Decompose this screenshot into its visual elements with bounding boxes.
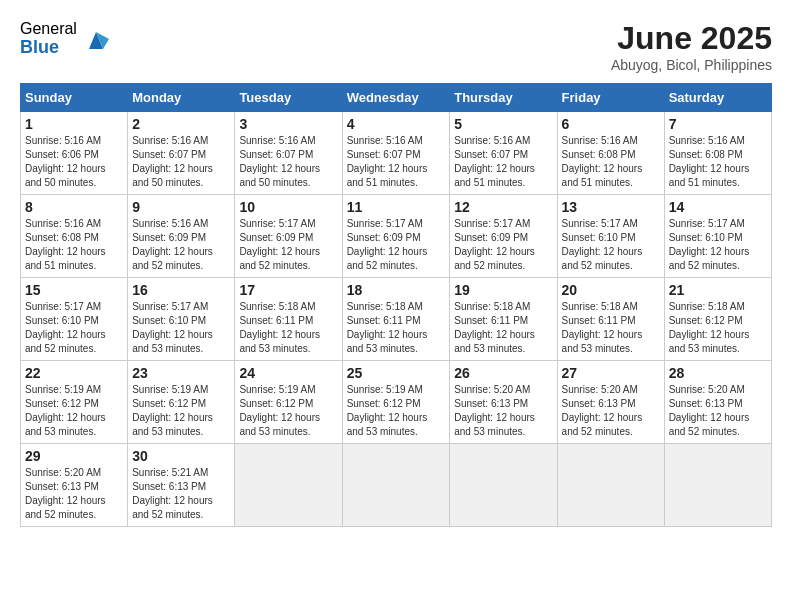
day-number: 25 [347,365,446,381]
day-info: Sunrise: 5:20 AMSunset: 6:13 PMDaylight:… [454,383,552,439]
day-number: 18 [347,282,446,298]
day-number: 5 [454,116,552,132]
empty-day-cell [557,444,664,527]
calendar-week-row: 1Sunrise: 5:16 AMSunset: 6:06 PMDaylight… [21,112,772,195]
header-sunday: Sunday [21,84,128,112]
day-number: 11 [347,199,446,215]
day-info: Sunrise: 5:17 AMSunset: 6:10 PMDaylight:… [132,300,230,356]
day-number: 9 [132,199,230,215]
day-cell: 27Sunrise: 5:20 AMSunset: 6:13 PMDayligh… [557,361,664,444]
day-info: Sunrise: 5:17 AMSunset: 6:10 PMDaylight:… [25,300,123,356]
day-number: 6 [562,116,660,132]
day-info: Sunrise: 5:17 AMSunset: 6:09 PMDaylight:… [239,217,337,273]
calendar-week-row: 15Sunrise: 5:17 AMSunset: 6:10 PMDayligh… [21,278,772,361]
day-info: Sunrise: 5:17 AMSunset: 6:10 PMDaylight:… [562,217,660,273]
day-cell: 9Sunrise: 5:16 AMSunset: 6:09 PMDaylight… [128,195,235,278]
header-tuesday: Tuesday [235,84,342,112]
header-wednesday: Wednesday [342,84,450,112]
logo-general: General [20,20,77,38]
day-info: Sunrise: 5:18 AMSunset: 6:11 PMDaylight:… [239,300,337,356]
day-number: 8 [25,199,123,215]
day-cell: 22Sunrise: 5:19 AMSunset: 6:12 PMDayligh… [21,361,128,444]
calendar-body: 1Sunrise: 5:16 AMSunset: 6:06 PMDaylight… [21,112,772,527]
day-number: 27 [562,365,660,381]
day-cell: 11Sunrise: 5:17 AMSunset: 6:09 PMDayligh… [342,195,450,278]
header-saturday: Saturday [664,84,771,112]
day-cell: 3Sunrise: 5:16 AMSunset: 6:07 PMDaylight… [235,112,342,195]
day-cell: 16Sunrise: 5:17 AMSunset: 6:10 PMDayligh… [128,278,235,361]
day-cell: 2Sunrise: 5:16 AMSunset: 6:07 PMDaylight… [128,112,235,195]
day-number: 3 [239,116,337,132]
day-number: 12 [454,199,552,215]
day-number: 21 [669,282,767,298]
day-number: 13 [562,199,660,215]
day-number: 30 [132,448,230,464]
day-info: Sunrise: 5:18 AMSunset: 6:11 PMDaylight:… [562,300,660,356]
day-cell: 29Sunrise: 5:20 AMSunset: 6:13 PMDayligh… [21,444,128,527]
month-title: June 2025 [611,20,772,57]
header-monday: Monday [128,84,235,112]
day-cell: 6Sunrise: 5:16 AMSunset: 6:08 PMDaylight… [557,112,664,195]
page-header: General Blue June 2025 Abuyog, Bicol, Ph… [20,20,772,73]
day-cell: 15Sunrise: 5:17 AMSunset: 6:10 PMDayligh… [21,278,128,361]
day-info: Sunrise: 5:18 AMSunset: 6:11 PMDaylight:… [347,300,446,356]
day-info: Sunrise: 5:20 AMSunset: 6:13 PMDaylight:… [562,383,660,439]
day-info: Sunrise: 5:16 AMSunset: 6:07 PMDaylight:… [132,134,230,190]
day-info: Sunrise: 5:18 AMSunset: 6:11 PMDaylight:… [454,300,552,356]
day-info: Sunrise: 5:21 AMSunset: 6:13 PMDaylight:… [132,466,230,522]
day-info: Sunrise: 5:17 AMSunset: 6:10 PMDaylight:… [669,217,767,273]
calendar-table: Sunday Monday Tuesday Wednesday Thursday… [20,83,772,527]
day-info: Sunrise: 5:16 AMSunset: 6:07 PMDaylight:… [239,134,337,190]
logo: General Blue [20,20,111,57]
day-info: Sunrise: 5:16 AMSunset: 6:07 PMDaylight:… [454,134,552,190]
day-number: 28 [669,365,767,381]
day-number: 7 [669,116,767,132]
day-number: 15 [25,282,123,298]
day-number: 14 [669,199,767,215]
empty-day-cell [235,444,342,527]
day-cell: 24Sunrise: 5:19 AMSunset: 6:12 PMDayligh… [235,361,342,444]
day-info: Sunrise: 5:19 AMSunset: 6:12 PMDaylight:… [25,383,123,439]
day-info: Sunrise: 5:20 AMSunset: 6:13 PMDaylight:… [25,466,123,522]
title-area: June 2025 Abuyog, Bicol, Philippines [611,20,772,73]
day-number: 16 [132,282,230,298]
day-number: 23 [132,365,230,381]
day-info: Sunrise: 5:17 AMSunset: 6:09 PMDaylight:… [454,217,552,273]
day-cell: 8Sunrise: 5:16 AMSunset: 6:08 PMDaylight… [21,195,128,278]
day-info: Sunrise: 5:16 AMSunset: 6:08 PMDaylight:… [25,217,123,273]
day-number: 20 [562,282,660,298]
day-info: Sunrise: 5:20 AMSunset: 6:13 PMDaylight:… [669,383,767,439]
location: Abuyog, Bicol, Philippines [611,57,772,73]
day-number: 22 [25,365,123,381]
day-number: 19 [454,282,552,298]
day-number: 4 [347,116,446,132]
day-info: Sunrise: 5:16 AMSunset: 6:08 PMDaylight:… [562,134,660,190]
calendar-week-row: 8Sunrise: 5:16 AMSunset: 6:08 PMDaylight… [21,195,772,278]
day-number: 24 [239,365,337,381]
empty-day-cell [450,444,557,527]
day-cell: 23Sunrise: 5:19 AMSunset: 6:12 PMDayligh… [128,361,235,444]
day-number: 26 [454,365,552,381]
logo-icon [81,24,111,54]
day-cell: 14Sunrise: 5:17 AMSunset: 6:10 PMDayligh… [664,195,771,278]
day-number: 1 [25,116,123,132]
day-cell: 18Sunrise: 5:18 AMSunset: 6:11 PMDayligh… [342,278,450,361]
day-number: 29 [25,448,123,464]
logo-blue: Blue [20,38,77,58]
header-thursday: Thursday [450,84,557,112]
day-info: Sunrise: 5:16 AMSunset: 6:07 PMDaylight:… [347,134,446,190]
day-info: Sunrise: 5:16 AMSunset: 6:09 PMDaylight:… [132,217,230,273]
header-friday: Friday [557,84,664,112]
day-number: 17 [239,282,337,298]
empty-day-cell [664,444,771,527]
day-cell: 19Sunrise: 5:18 AMSunset: 6:11 PMDayligh… [450,278,557,361]
calendar-week-row: 22Sunrise: 5:19 AMSunset: 6:12 PMDayligh… [21,361,772,444]
day-cell: 13Sunrise: 5:17 AMSunset: 6:10 PMDayligh… [557,195,664,278]
day-cell: 26Sunrise: 5:20 AMSunset: 6:13 PMDayligh… [450,361,557,444]
day-info: Sunrise: 5:16 AMSunset: 6:06 PMDaylight:… [25,134,123,190]
day-number: 2 [132,116,230,132]
day-cell: 5Sunrise: 5:16 AMSunset: 6:07 PMDaylight… [450,112,557,195]
day-cell: 1Sunrise: 5:16 AMSunset: 6:06 PMDaylight… [21,112,128,195]
day-info: Sunrise: 5:19 AMSunset: 6:12 PMDaylight:… [132,383,230,439]
day-cell: 7Sunrise: 5:16 AMSunset: 6:08 PMDaylight… [664,112,771,195]
